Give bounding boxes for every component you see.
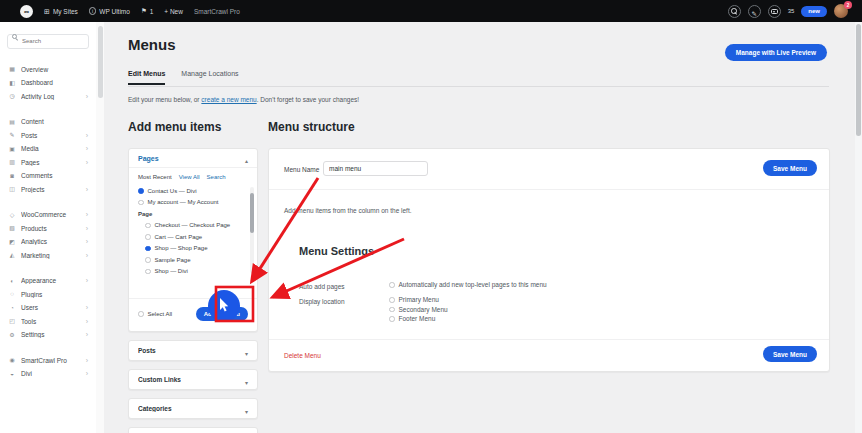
page-checkbox-row[interactable]: Cart — Cart Page	[138, 231, 243, 243]
sidebar-item-comments[interactable]: ◙ Comments	[0, 169, 96, 183]
sidebar-item-tools[interactable]: ◰ Tools	[0, 315, 96, 329]
manage-live-preview-button[interactable]: Manage with Live Preview	[725, 44, 827, 61]
checkbox	[145, 246, 151, 252]
sidebar-item-marketing[interactable]: ◭ Marketing	[0, 249, 96, 263]
checkbox	[389, 297, 395, 303]
sidebar-search-input[interactable]	[7, 34, 89, 49]
filter-most-recent[interactable]: Most Recent	[138, 174, 172, 180]
sidebar-item-plugins[interactable]: ◌ Plugins	[0, 288, 96, 302]
sidebar-item-appearance[interactable]: ◐ Appearance	[0, 274, 96, 288]
sidebar-item-posts[interactable]: ✎ Posts	[0, 129, 96, 143]
new-button[interactable]: new	[801, 6, 827, 17]
page-checkbox-row[interactable]: Contact Us — Divi	[138, 185, 243, 197]
menus-page: Menus Manage with Live Preview Edit Menu…	[104, 22, 855, 433]
edit-button[interactable]	[748, 5, 761, 18]
tools-icon: ◰	[8, 318, 16, 324]
filter-view-all[interactable]: View All	[179, 174, 200, 180]
menu-name-label: Menu Name	[284, 166, 319, 173]
flag-counter[interactable]: 1	[141, 7, 153, 15]
location-footer-checkbox[interactable]: Footer Menu	[389, 314, 448, 324]
panel-posts[interactable]: Posts	[128, 340, 258, 361]
sidebar-group-commerce: ◇ WooCommerce ▧ Products ◩ Analytics ◭ M…	[0, 208, 96, 274]
media-icon: ▣	[8, 146, 16, 152]
sidebar-item-settings[interactable]: ⚙ Settings	[0, 328, 96, 342]
messages-button[interactable]	[768, 5, 781, 18]
intro-text: Edit your menu below, or create a new me…	[128, 96, 359, 103]
messages-count: 35	[788, 8, 795, 14]
sidebar-item-woocommerce[interactable]: ◇ WooCommerce	[0, 208, 96, 222]
page-checkbox-row[interactable]: Sample Page	[138, 254, 243, 266]
divi-icon: ◒	[8, 371, 16, 377]
sidebar-scrollbar-thumb[interactable]	[98, 26, 103, 98]
add-menu-items-column: Add menu items Pages Most Recent View Al…	[128, 120, 258, 433]
page-checkbox-row[interactable]: My account — My Account	[138, 197, 243, 209]
chevron-right-icon	[86, 238, 88, 245]
select-all-checkbox[interactable]: Select All	[138, 311, 172, 317]
menu-structure-card: Menu Name Save Menu Add menu items from …	[268, 148, 830, 372]
checkbox	[389, 282, 395, 288]
delete-menu-link[interactable]: Delete Menu	[284, 352, 321, 359]
checkbox	[145, 223, 151, 229]
create-new-menu-link[interactable]: create a new menu	[201, 96, 256, 103]
my-sites-menu[interactable]: My Sites	[44, 8, 78, 15]
pages-panel-toggle[interactable]: Pages	[129, 149, 257, 168]
tab-manage-locations[interactable]: Manage Locations	[181, 70, 238, 85]
filter-search[interactable]: Search	[207, 174, 226, 180]
sidebar-item-analytics[interactable]: ◩ Analytics	[0, 235, 96, 249]
page-checkbox-row[interactable]: Shop — Shop Page	[138, 243, 243, 255]
wp-ultimo-menu[interactable]: WP Ultimo	[89, 7, 130, 15]
sidebar-item-content[interactable]: ▤ Content	[0, 115, 96, 129]
projects-icon: ◫	[8, 186, 16, 192]
tabs-divider	[128, 86, 829, 87]
chevron-right-icon	[86, 331, 88, 338]
notification-badge: 2	[844, 1, 852, 9]
sidebar-group-plugins: ◉ SmartCrawl Pro ◒ Divi	[0, 354, 96, 393]
sidebar-item-overview[interactable]: ▦ Overview	[0, 63, 96, 77]
page-checkbox-row[interactable]: Checkout — Checkout Page	[138, 220, 243, 232]
sidebar-item-users[interactable]: ◔ Users	[0, 301, 96, 315]
panel-custom-links[interactable]: Custom Links	[128, 369, 258, 390]
sidebar-item-projects[interactable]: ◫ Projects	[0, 183, 96, 197]
panel-woocommerce-endpoints[interactable]: WooCommerce endpoints	[128, 427, 258, 433]
site-logo-icon[interactable]	[20, 5, 33, 18]
chevron-right-icon	[86, 186, 88, 193]
sidebar-group-content: ▤ Content ✎ Posts ▣ Media ▥ Pages ◙ Comm…	[0, 115, 96, 208]
list-scrollbar-thumb[interactable]	[250, 193, 254, 233]
sidebar-item-divi[interactable]: ◒ Divi	[0, 367, 96, 381]
checkbox	[138, 311, 144, 317]
page-scrollbar-thumb[interactable]	[856, 24, 861, 136]
location-secondary-checkbox[interactable]: Secondary Menu	[389, 305, 448, 315]
sidebar-search	[7, 29, 89, 49]
avatar[interactable]: 2	[834, 4, 848, 18]
panel-categories[interactable]: Categories	[128, 398, 258, 419]
sidebar-item-dashboard[interactable]: ◧ Dashboard	[0, 76, 96, 90]
search-button[interactable]	[728, 5, 741, 18]
dashboard-icon: ◧	[8, 80, 16, 86]
smartcrawl-menu[interactable]: SmartCrawl Pro	[194, 8, 240, 15]
search-icon	[731, 8, 738, 15]
sidebar-item-pages[interactable]: ▥ Pages	[0, 156, 96, 170]
save-menu-button-top[interactable]: Save Menu	[763, 160, 817, 176]
auto-add-pages-checkbox[interactable]: Automatically add new top-level pages to…	[389, 280, 547, 290]
chevron-down-icon	[245, 429, 248, 433]
checkbox	[145, 269, 151, 275]
page-checkbox-row[interactable]: Shop — Divi	[138, 266, 243, 278]
sidebar-item-products[interactable]: ▧ Products	[0, 222, 96, 236]
sidebar-item-media[interactable]: ▣ Media	[0, 142, 96, 156]
chat-icon	[771, 9, 778, 14]
save-menu-button-bottom[interactable]: Save Menu	[763, 346, 817, 362]
auto-add-pages-label: Auto add pages	[299, 283, 345, 290]
chevron-right-icon	[86, 252, 88, 259]
sidebar-item-smartcrawl[interactable]: ◉ SmartCrawl Pro	[0, 354, 96, 368]
chevron-down-icon	[245, 400, 248, 418]
sidebar-item-activity-log[interactable]: ◷ Activity Log	[0, 90, 96, 104]
tab-edit-menus[interactable]: Edit Menus	[128, 70, 165, 85]
list-scrollbar	[250, 187, 254, 273]
new-content-menu[interactable]: + New	[164, 8, 183, 15]
comments-icon: ◙	[8, 173, 16, 179]
location-primary-checkbox[interactable]: Primary Menu	[389, 295, 448, 305]
add-to-menu-button[interactable]: Add to Menu	[196, 307, 248, 321]
admin-topbar: My Sites WP Ultimo 1 + New SmartCrawl Pr…	[0, 0, 862, 22]
divider	[269, 339, 829, 340]
menu-name-input[interactable]	[323, 161, 428, 176]
